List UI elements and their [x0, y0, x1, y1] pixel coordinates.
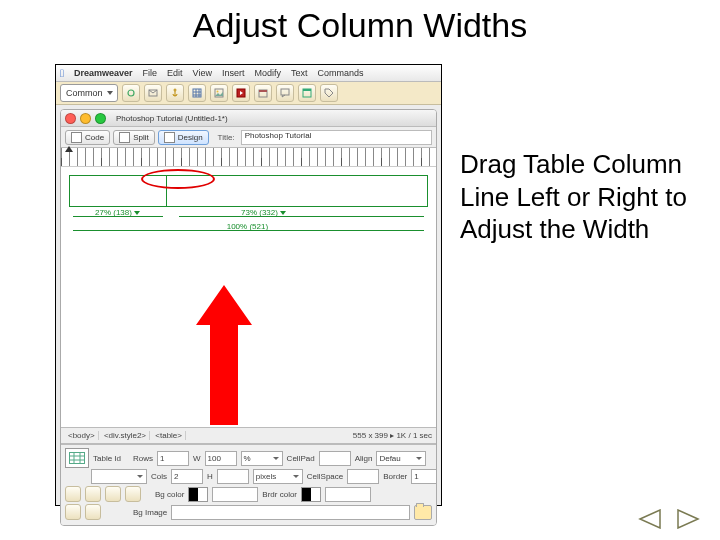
- col1-width-indicator[interactable]: 27% (138): [95, 208, 140, 217]
- insert-category-select[interactable]: Common: [60, 84, 118, 102]
- border-input[interactable]: 1: [411, 469, 437, 484]
- tag-body[interactable]: <body>: [65, 431, 99, 440]
- h-unit-select[interactable]: pixels: [253, 469, 303, 484]
- apple-menu-icon[interactable]: : [60, 67, 64, 79]
- properties-panel: Table Id Rows 1 W 100 % CellPad Align De…: [61, 444, 436, 525]
- hyperlink-icon[interactable]: [122, 84, 140, 102]
- cellpad-input[interactable]: [319, 451, 351, 466]
- tag-table[interactable]: <table>: [152, 431, 186, 440]
- code-icon: [71, 132, 82, 143]
- svg-marker-13: [640, 510, 660, 528]
- dreamweaver-screenshot:  Dreamweaver File Edit View Insert Modi…: [55, 64, 442, 506]
- brdrcolor-input[interactable]: [325, 487, 371, 502]
- table-icon: [65, 448, 89, 468]
- email-icon[interactable]: [144, 84, 162, 102]
- border-label: Border: [383, 472, 407, 481]
- ruler-marker[interactable]: [65, 146, 73, 152]
- svg-marker-14: [678, 510, 698, 528]
- tab-split[interactable]: Split: [113, 130, 155, 145]
- view-tabs: Code Split Design Title: Photoshop Tutor…: [61, 127, 436, 148]
- window-dims[interactable]: 555 x 399: [353, 431, 388, 440]
- brdrcolor-picker[interactable]: [301, 487, 321, 502]
- w-unit-select[interactable]: %: [241, 451, 283, 466]
- col2-width-indicator[interactable]: 73% (332): [241, 208, 286, 217]
- comment-icon[interactable]: [276, 84, 294, 102]
- convert-pct-icon[interactable]: [125, 486, 141, 502]
- rows-input[interactable]: 1: [157, 451, 189, 466]
- menu-text[interactable]: Text: [291, 68, 308, 78]
- slide-nav: [636, 508, 702, 530]
- close-icon[interactable]: [65, 113, 76, 124]
- template-icon[interactable]: [298, 84, 316, 102]
- h-input[interactable]: [217, 469, 249, 484]
- menu-modify[interactable]: Modify: [254, 68, 281, 78]
- doc-title-label: Title:: [218, 133, 235, 142]
- layout-icon-1[interactable]: [65, 504, 81, 520]
- annotation-circle: [141, 169, 215, 189]
- app-name[interactable]: Dreamweaver: [74, 68, 133, 78]
- menu-insert[interactable]: Insert: [222, 68, 245, 78]
- table-icon[interactable]: [188, 84, 206, 102]
- clear-heights-icon[interactable]: [65, 486, 81, 502]
- cellspace-input[interactable]: [347, 469, 379, 484]
- doc-title-input[interactable]: Photoshop Tutorial: [241, 130, 432, 145]
- instruction-caption: Drag Table Column Line Left or Right to …: [460, 148, 690, 246]
- image-icon[interactable]: [210, 84, 228, 102]
- prev-slide-button[interactable]: [636, 508, 664, 530]
- convert-px-icon[interactable]: [105, 486, 121, 502]
- cellspace-label: CellSpace: [307, 472, 343, 481]
- cellpad-label: CellPad: [287, 454, 315, 463]
- design-icon: [164, 132, 175, 143]
- svg-rect-2: [193, 89, 201, 97]
- insert-toolbar: Common: [56, 82, 441, 105]
- anchor-icon[interactable]: [166, 84, 184, 102]
- document-titlebar: Photoshop Tutorial (Untitled-1*): [61, 110, 436, 127]
- svg-rect-7: [259, 90, 267, 92]
- zoom-icon[interactable]: [95, 113, 106, 124]
- browse-icon[interactable]: [414, 505, 432, 520]
- svg-rect-10: [303, 89, 311, 91]
- svg-point-1: [174, 89, 176, 91]
- status-metrics: 555 x 399 ▸ 1K / 1 sec: [353, 431, 432, 440]
- bgimage-input[interactable]: [171, 505, 410, 520]
- download-size: 1K / 1 sec: [396, 431, 432, 440]
- svg-rect-11: [70, 453, 85, 464]
- table-element[interactable]: [69, 175, 428, 207]
- menu-file[interactable]: File: [143, 68, 158, 78]
- tab-design[interactable]: Design: [158, 130, 209, 145]
- svg-rect-8: [281, 89, 289, 95]
- tab-split-label: Split: [133, 133, 149, 142]
- split-icon: [119, 132, 130, 143]
- tag-div[interactable]: <div.style2>: [101, 431, 150, 440]
- menu-commands[interactable]: Commands: [318, 68, 364, 78]
- cols-input[interactable]: 2: [171, 469, 203, 484]
- next-slide-button[interactable]: [674, 508, 702, 530]
- menu-edit[interactable]: Edit: [167, 68, 183, 78]
- w-label: W: [193, 454, 201, 463]
- bgcolor-picker[interactable]: [188, 487, 208, 502]
- table-width-indicator[interactable]: 100% (521): [61, 222, 436, 231]
- menu-view[interactable]: View: [193, 68, 212, 78]
- align-label: Align: [355, 454, 373, 463]
- minimize-icon[interactable]: [80, 113, 91, 124]
- bgcolor-label: Bg color: [155, 490, 184, 499]
- layout-icon-2[interactable]: [85, 504, 101, 520]
- svg-point-4: [216, 91, 218, 93]
- design-canvas[interactable]: 27% (138) 73% (332) 100% (521): [61, 167, 436, 427]
- h-label: H: [207, 472, 213, 481]
- document-title: Photoshop Tutorial (Untitled-1*): [116, 114, 228, 123]
- tab-code-label: Code: [85, 133, 104, 142]
- media-icon[interactable]: [232, 84, 250, 102]
- clear-widths-icon[interactable]: [85, 486, 101, 502]
- tag-icon[interactable]: [320, 84, 338, 102]
- horizontal-ruler: [61, 148, 436, 167]
- date-icon[interactable]: [254, 84, 272, 102]
- tag-selector[interactable]: <body> <div.style2> <table>: [65, 431, 186, 440]
- tab-code[interactable]: Code: [65, 130, 110, 145]
- brdrcolor-label: Brdr color: [262, 490, 297, 499]
- table-id-select[interactable]: [91, 469, 147, 484]
- align-select[interactable]: Defau: [376, 451, 426, 466]
- bgimage-label: Bg Image: [133, 508, 167, 517]
- w-input[interactable]: 100: [205, 451, 237, 466]
- bgcolor-input[interactable]: [212, 487, 258, 502]
